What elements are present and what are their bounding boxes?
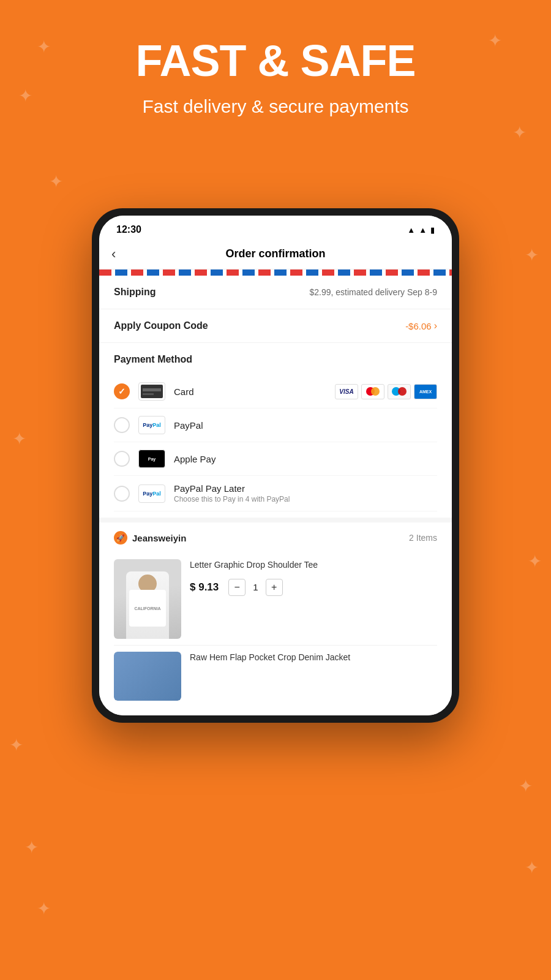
product-name-1: Letter Graphic Drop Shoulder Tee (190, 559, 437, 571)
quantity-control-1: − 1 + (228, 579, 282, 596)
payment-option-paypal[interactable]: PayPal PayPal (114, 409, 437, 442)
page-title: Order confirmation (225, 247, 325, 260)
card-logo (138, 382, 165, 401)
paylater-label: PayPal Pay Later (174, 483, 437, 494)
phone-body: 12:30 ▲ ▲ ▮ ‹ Order confirmation Shippin… (92, 208, 459, 723)
paypal-payment-label: PayPal (174, 420, 437, 431)
sparkle-icon: ✦ (9, 735, 23, 755)
decrease-qty-button-1[interactable]: − (228, 579, 246, 596)
amex-badge: AMEX (414, 384, 437, 399)
card-logos: VISA (335, 384, 437, 399)
sparkle-icon: ✦ (37, 899, 51, 919)
hero-title: FAST & SAFE (0, 37, 551, 85)
product-image-2 (114, 652, 181, 701)
payment-option-card[interactable]: ✓ Card VISA (114, 375, 437, 409)
product-info-1: Letter Graphic Drop Shoulder Tee $ 9.13 … (190, 559, 437, 639)
status-time: 12:30 (116, 224, 141, 235)
radio-applepay[interactable] (114, 451, 130, 467)
product-name-2: Raw Hem Flap Pocket Crop Denim Jacket (190, 652, 350, 662)
product-price-1: $ 9.13 (190, 581, 219, 594)
product-item-2: Raw Hem Flap Pocket Crop Denim Jacket (114, 646, 437, 707)
coupon-row[interactable]: Apply Coupon Code -$6.06 › (99, 309, 452, 343)
items-count: 2 Items (409, 533, 437, 543)
store-name: Jeansweiyin (132, 533, 186, 543)
store-header: 🚀 Jeansweiyin 2 Items (114, 531, 437, 545)
paylater-info: PayPal Pay Later Choose this to Pay in 4… (174, 483, 437, 503)
payment-option-applepay[interactable]: Pay Apple Pay (114, 442, 437, 476)
mastercard-badge (361, 384, 384, 399)
sparkle-icon: ✦ (12, 429, 26, 449)
paylater-sublabel: Choose this to Pay in 4 with PayPal (174, 495, 437, 503)
sparkle-icon: ✦ (528, 551, 542, 571)
paypal-logo: PayPal (138, 416, 165, 434)
hero-section: FAST & SAFE Fast delivery & secure payme… (0, 0, 551, 135)
back-button[interactable]: ‹ (111, 246, 116, 262)
product-price-row-1: $ 9.13 − 1 + (190, 579, 437, 596)
radio-paypal[interactable] (114, 417, 130, 433)
app-header: ‹ Order confirmation (99, 240, 452, 270)
store-section: 🚀 Jeansweiyin 2 Items (99, 518, 452, 715)
wifi-icon: ▲ (407, 225, 415, 235)
applepay-logo: Pay (138, 450, 165, 468)
coupon-value: -$6.06 › (405, 320, 437, 331)
coupon-label: Apply Coupon Code (114, 320, 208, 331)
sparkle-icon: ✦ (525, 858, 539, 878)
shipping-label: Shipping (114, 287, 156, 298)
hero-subtitle: Fast delivery & secure payments (0, 96, 551, 117)
phone-screen: 12:30 ▲ ▲ ▮ ‹ Order confirmation Shippin… (99, 216, 452, 715)
product-item-1: CALIFORNIA Letter Graphic Drop Shoulder … (114, 553, 437, 646)
coupon-discount: -$6.06 (405, 321, 432, 331)
applepay-payment-label: Apple Pay (174, 454, 437, 464)
product-info-2: Raw Hem Flap Pocket Crop Denim Jacket (190, 652, 437, 701)
radio-card[interactable]: ✓ (114, 383, 130, 399)
sparkle-icon: ✦ (24, 837, 39, 858)
maestro-badge (388, 384, 411, 399)
shipping-row: Shipping $2.99, estimated delivery Sep 8… (99, 276, 452, 309)
store-name-row: 🚀 Jeansweiyin (114, 531, 186, 545)
paypal-later-logo: PayPal (138, 484, 165, 503)
dashed-border (99, 270, 452, 276)
phone-frame: 12:30 ▲ ▲ ▮ ‹ Order confirmation Shippin… (92, 208, 459, 723)
increase-qty-button-1[interactable]: + (266, 579, 283, 596)
battery-icon: ▮ (430, 225, 435, 235)
signal-icon: ▲ (419, 225, 427, 235)
radio-paylater[interactable] (114, 486, 130, 502)
status-icons: ▲ ▲ ▮ (407, 225, 435, 235)
sparkle-icon: ✦ (525, 245, 539, 265)
checkmark-icon: ✓ (118, 386, 126, 396)
product-image-1: CALIFORNIA (114, 559, 181, 639)
sparkle-icon: ✦ (519, 776, 533, 796)
store-icon: 🚀 (114, 531, 127, 545)
qty-value-1: 1 (253, 582, 258, 592)
card-payment-label: Card (174, 386, 326, 397)
status-bar: 12:30 ▲ ▲ ▮ (99, 216, 452, 240)
payment-option-paylater[interactable]: PayPal PayPal Pay Later Choose this to P… (114, 476, 437, 511)
visa-badge: VISA (335, 384, 358, 399)
payment-section: Payment Method ✓ Card (99, 343, 452, 518)
sparkle-icon: ✦ (49, 172, 63, 192)
payment-title: Payment Method (114, 354, 437, 365)
chevron-right-icon: › (434, 320, 437, 331)
shipping-value: $2.99, estimated delivery Sep 8-9 (309, 287, 437, 297)
